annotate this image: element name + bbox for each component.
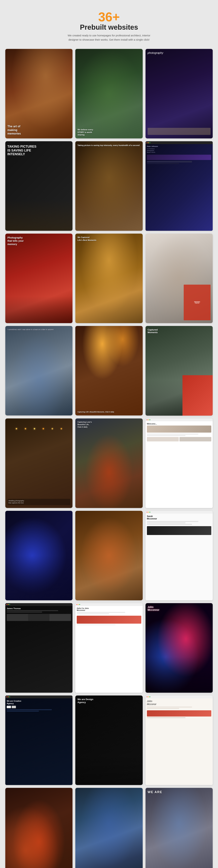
demo-card-14[interactable]: Capturing Love'sBeautiful Life,Club it d… xyxy=(75,418,142,508)
demo-card-24[interactable]: JohnMcconor xyxy=(145,695,213,785)
demo-card-9[interactable]: WEDDINGPHOTO xyxy=(145,234,213,323)
demo-card-12[interactable]: CapturedMoments xyxy=(145,326,213,415)
demo-card-1[interactable]: The art ofmakingmemories xyxy=(5,49,73,138)
demo-card-18[interactable]: SarahMcconnor xyxy=(145,511,213,600)
demo-grid: The art ofmakingmemories We believe ever… xyxy=(5,49,213,868)
header-title: Prebuilt websites xyxy=(5,23,213,31)
card-8-label: We CapturedLife's Best Moments xyxy=(77,236,140,242)
demo-card-8[interactable]: We CapturedLife's Best Moments xyxy=(75,234,142,323)
demo-card-20[interactable]: Hello I'm JohnMcconnor xyxy=(75,603,142,693)
demo-card-2[interactable]: We believe everySTORY is worthsharing xyxy=(75,49,142,138)
demo-card-10[interactable]: I sometimes wish I was alone in a boat o… xyxy=(5,326,73,415)
demo-card-4[interactable]: TAKING PICTURESIS SAVING LIFEINTENSELY xyxy=(5,141,73,231)
demo-card-27[interactable]: WE ARE xyxy=(145,788,213,868)
demo-card-11[interactable]: Capturing Life's Beautiful Moments, Club… xyxy=(75,326,142,415)
header-number: 36+ xyxy=(5,10,213,23)
card-2-label: We believe everySTORY is worthsharing xyxy=(77,128,140,136)
demo-card-16[interactable] xyxy=(5,511,73,600)
demo-card-5[interactable]: Taking picture is saving top intensely, … xyxy=(75,141,142,231)
demo-card-26[interactable] xyxy=(75,788,142,868)
card-14-label: Capturing Love'sBeautiful Life,Club it d… xyxy=(77,421,140,428)
demo-card-17[interactable] xyxy=(75,511,142,600)
card-10-label: I sometimes wish I was alone in a boat o… xyxy=(7,329,71,331)
demo-card-6[interactable]: Peter Johnson is a Freelancephotographer… xyxy=(145,141,213,231)
page-wrapper: 36+ Prebuilt websites We created ready t… xyxy=(0,0,218,868)
demo-card-19[interactable]: James Thomas xyxy=(5,603,73,693)
card-7-label: Photographythat tells yourmemory xyxy=(7,236,71,246)
card-3-label: photography xyxy=(147,51,163,55)
card-1-label: The art ofmakingmemories xyxy=(7,125,71,135)
card-13-label: Wedding photographythat captures the lov… xyxy=(7,499,71,505)
demo-card-21[interactable]: JohnMcconnor xyxy=(145,603,213,693)
header-section: 36+ Prebuilt websites We created ready t… xyxy=(5,10,213,42)
demo-card-23[interactable]: We are DesignAgency xyxy=(75,695,142,785)
card-23-label: We are DesignAgency xyxy=(77,698,93,704)
demo-card-25[interactable] xyxy=(5,788,73,868)
card-4-label: TAKING PICTURESIS SAVING LIFEINTENSELY xyxy=(7,145,71,156)
demo-card-3[interactable]: photography xyxy=(145,49,213,138)
card-21-label: JohnMcconnor xyxy=(147,606,160,611)
card-27-label: WE ARE xyxy=(147,790,162,794)
card-5-label: Taking picture is saving top intensely, … xyxy=(77,144,140,147)
demo-card-15[interactable]: Welcome... xyxy=(145,418,213,508)
header-desc: We created ready to use homepages for pr… xyxy=(67,33,152,42)
demo-card-7[interactable]: Photographythat tells yourmemory xyxy=(5,234,73,323)
demo-card-22[interactable]: We are CreativeAgency xyxy=(5,695,73,785)
demo-card-13[interactable]: Wedding photographythat captures the lov… xyxy=(5,418,73,508)
card-12-label: CapturedMoments xyxy=(147,329,158,334)
card-11-label: Capturing Life's Beautiful Moments, Club… xyxy=(77,411,140,413)
